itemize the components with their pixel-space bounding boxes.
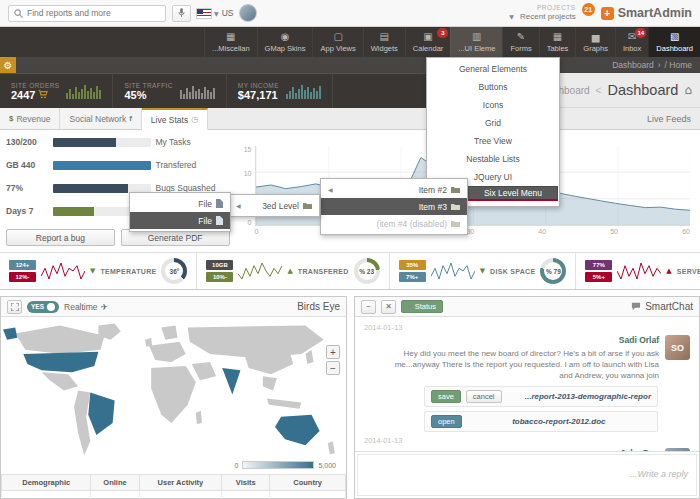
nav-item-graphs[interactable]: ▅Graphs [575, 27, 615, 57]
world-map[interactable]: + − 0 5,000 [1, 317, 346, 474]
nav-item-tables[interactable]: ▦Tables [539, 27, 576, 57]
folder-icon [451, 220, 460, 227]
language-selector[interactable]: ▼ US [197, 8, 233, 18]
progress-row-my-tasks: 130/200 My Tasks [6, 137, 230, 147]
nav-item-gmap-skins[interactable]: ◉GMap Skins [257, 27, 313, 57]
region-europe [149, 342, 186, 362]
region-japan [305, 350, 313, 364]
smartchat-panel: − ✕ ▼ Status SmartChat 2014-01-13 Sadi O… [354, 296, 700, 499]
tab-revenue[interactable]: $Revenue [0, 108, 60, 129]
recent-projects-dropdown[interactable]: PROJECTS ▼ Recent projects [509, 4, 575, 21]
realtime-label: Realtime [64, 302, 98, 312]
nav-item-ui-elements[interactable]: ▥...UI Eleme [450, 27, 502, 57]
menu-item-file[interactable]: File [130, 195, 230, 212]
transfered-badge-bottom: 10%- [206, 272, 233, 282]
nav-item-forms[interactable]: ✎Forms [502, 27, 538, 57]
status-dropdown[interactable]: ▼ Status [401, 300, 443, 313]
chat-message-list[interactable]: 2014-01-13 Sadi Orlaf Hey did you meet t… [355, 317, 699, 451]
menu-item-nestable-lists[interactable]: Nestable Lists [427, 150, 559, 168]
collapse-button[interactable]: − [361, 300, 376, 314]
zoom-in-button[interactable]: + [326, 345, 340, 359]
col-demographic[interactable]: Demographic [2, 475, 91, 491]
site-orders-sparkbars [66, 83, 101, 99]
close-button[interactable]: ✕ [381, 300, 396, 314]
region-brazil [88, 392, 114, 435]
voice-command-button[interactable] [172, 5, 191, 22]
expand-icon [11, 303, 19, 311]
nav-item-app-views[interactable]: ▢App Views [312, 27, 362, 57]
chat-sender-name[interactable]: Sadi Orlaf [387, 335, 659, 347]
disk-space-badge-bottom: 7%+ [399, 272, 426, 282]
brand-mark-icon: + [601, 7, 614, 20]
user-avatar[interactable] [239, 4, 257, 22]
nav-item-calendar[interactable]: 3▣Calendar [405, 27, 450, 57]
menu-item-file-hover[interactable]: File [130, 212, 230, 229]
breadcrumb-home[interactable]: / Home [665, 60, 692, 70]
forms-icon: ✎ [517, 32, 525, 42]
reply-input[interactable] [357, 454, 697, 496]
disk-space-sparkline [431, 262, 475, 280]
menu-item-2[interactable]: ◀ Item #2 [321, 181, 467, 198]
menu-item-3rd-level[interactable]: ◀ 3ed Level [229, 197, 319, 214]
menu-item-grid[interactable]: Grid [427, 114, 559, 132]
save-button[interactable]: save [431, 390, 461, 403]
temperature-badge-bottom: 12%- [9, 272, 36, 282]
chat-date: 2014-01-13 [364, 323, 690, 332]
mini-stat-transfered: 10GB 10%- ▲ TRANSFERED % 23 [197, 253, 389, 289]
realtime-toggle[interactable]: YES [27, 301, 59, 313]
tables-icon: ▦ [553, 32, 562, 42]
zoom-out-button[interactable]: − [326, 361, 340, 375]
notifications-badge[interactable]: 21 [582, 3, 595, 16]
region-new-zealand [328, 441, 335, 454]
stat-site-traffic[interactable]: SITE TRAFFIC 45% [113, 74, 226, 108]
chat-message: Sadi Orlaf Hey did you meet the new boar… [364, 335, 690, 381]
chevron-down-icon: ▼ [214, 10, 219, 17]
home-icon[interactable]: ⌂ [684, 83, 692, 97]
tab-live-stats[interactable]: Live Stats◷ [142, 108, 208, 130]
smartchat-header: − ✕ ▼ Status SmartChat [355, 297, 699, 317]
avatar[interactable]: SO [665, 335, 690, 360]
tab-social-network[interactable]: Social Networkf [60, 108, 141, 129]
settings-gear-button[interactable]: ⚙ [0, 57, 16, 73]
report-bug-button[interactable]: Report a bug [6, 229, 115, 246]
nav-item-widgets[interactable]: ▤Widgets [363, 27, 405, 57]
menu-item-icons[interactable]: Icons [427, 96, 559, 114]
col-country[interactable]: Country [270, 475, 346, 491]
temperature-sparkline [41, 262, 85, 280]
col-visits[interactable]: Visits [222, 475, 270, 491]
trend-up-icon: ▲ [287, 267, 292, 275]
nav-item-inbox[interactable]: 14✉Inbox [615, 27, 648, 57]
attachment-filename[interactable]: ...report-2013-demographic-repor [525, 392, 651, 401]
file-icon [216, 216, 223, 225]
fullscreen-button[interactable] [7, 300, 22, 314]
nav-item-dashboard[interactable]: ▧Dashboard [648, 27, 700, 57]
site-traffic-sparkbars [180, 83, 215, 99]
smartadmin-app: ▼ US PROJECTS ▼ Recent projects 21 + Sma… [0, 0, 700, 499]
breadcrumb[interactable]: Dashboard [612, 60, 654, 70]
nav-item-miscellaneous[interactable]: ▦...Miscellan [204, 27, 257, 57]
attachment-filename[interactable]: tobacco-report-2012.doc [512, 417, 605, 426]
menu-item-tree-view[interactable]: Tree View [427, 132, 559, 150]
menu-item-six-level-menu[interactable]: Six Level Menu [468, 186, 558, 201]
chevron-left-icon: ◀ [236, 202, 241, 209]
menu-item-general-elements[interactable]: General Elements [427, 60, 559, 78]
chat-message-text: Hey did you meet the new board of direct… [395, 349, 659, 380]
menu-item-buttons[interactable]: Buttons [427, 78, 559, 96]
cancel-button[interactable]: cancel [466, 390, 502, 403]
miscellaneous-icon: ▦ [226, 32, 235, 42]
brand-logo: + SmartAdmin [601, 6, 692, 20]
col-user-activity[interactable]: User Activity [139, 475, 222, 491]
stat-site-orders[interactable]: SITE ORDERS 2447 [0, 74, 113, 108]
us-flag-icon [197, 9, 211, 18]
facebook-icon: f [129, 114, 132, 123]
open-button[interactable]: open [431, 415, 462, 428]
stat-my-income[interactable]: MY INCOME $47,171 [227, 74, 333, 108]
progress-row-transfered: GB 440 Transfered [6, 160, 230, 170]
search-input[interactable] [27, 8, 160, 18]
menu-item-3[interactable]: Item #3 [321, 198, 467, 215]
region-mexico [42, 372, 79, 390]
chevron-down-icon: ▼ [509, 13, 514, 20]
attachment-row: open tobacco-report-2012.doc [424, 411, 658, 432]
col-online[interactable]: Online [91, 475, 139, 491]
my-income-sparkbars [286, 83, 321, 99]
